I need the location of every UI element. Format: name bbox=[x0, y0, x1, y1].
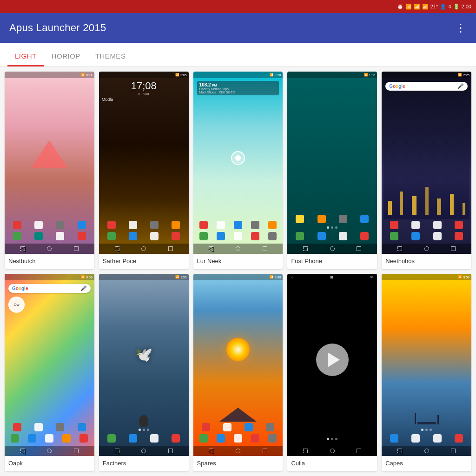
nav-home bbox=[47, 449, 52, 453]
themes-grid: 📶5:14 bbox=[0, 67, 476, 476]
phone-icon bbox=[79, 434, 88, 443]
phone-status-9: ○ ⊞ ✕ bbox=[287, 274, 377, 280]
phone-icon bbox=[78, 423, 86, 431]
nav-recent bbox=[451, 246, 456, 251]
theme-name-9: Cuila bbox=[287, 456, 377, 471]
theme-card-spares[interactable]: 📶8:00 bbox=[193, 274, 283, 471]
phone-icon bbox=[411, 434, 420, 443]
theme-card-cuila[interactable]: ○ ⊞ ✕ ◁ bbox=[287, 274, 377, 471]
phone-nav-2: ◁ bbox=[99, 244, 189, 254]
battery-icon: 🔋 bbox=[453, 4, 460, 10]
tab-light[interactable]: Light bbox=[7, 46, 44, 66]
nav-recent bbox=[263, 246, 267, 251]
phone-icon bbox=[317, 215, 326, 223]
nav-recent bbox=[451, 449, 456, 453]
phone-icon bbox=[234, 232, 242, 240]
theme-preview-10: 📶9:58 bbox=[382, 274, 471, 456]
theme-card-nestbutch[interactable]: 📶5:14 bbox=[5, 72, 94, 269]
theme-card-lurneek[interactable]: 📶9:28 108.2 FM Opccity Nbmop Iopo Maci S… bbox=[193, 72, 283, 269]
phone-icon bbox=[150, 232, 159, 240]
theme-name-7: Facthers bbox=[99, 456, 189, 471]
phone-icon bbox=[296, 215, 304, 223]
phone-icon bbox=[62, 434, 71, 443]
theme-card-capes[interactable]: 📶9:58 bbox=[382, 274, 471, 471]
nav-back: ◁ bbox=[303, 246, 308, 251]
nav-back: ◁ bbox=[20, 246, 25, 251]
nav-back: ◁ bbox=[397, 449, 402, 453]
wifi-icon: 📶 bbox=[405, 4, 412, 10]
theme-name-10: Capes bbox=[382, 456, 471, 471]
theme-preview-9: ○ ⊞ ✕ ◁ bbox=[287, 274, 377, 456]
signal3-icon: 4 bbox=[448, 4, 451, 9]
phone-icon bbox=[107, 434, 116, 443]
nav-back: ◁ bbox=[303, 449, 308, 453]
phone-icon bbox=[150, 434, 159, 443]
phone-icon bbox=[411, 232, 420, 240]
theme-preview-2: 📶3:85 17;08 tu Sml Modla bbox=[99, 72, 189, 254]
theme-card-facthers[interactable]: 📶1:93 🕊️ bbox=[99, 274, 189, 471]
phone-icon bbox=[360, 232, 369, 240]
theme-name-2: Sarher Poce bbox=[99, 254, 189, 269]
theme-card-neethohos[interactable]: 📶2:25 Google 🎤 bbox=[382, 72, 471, 269]
phone-icon bbox=[107, 232, 116, 240]
phone-icon bbox=[360, 215, 369, 223]
phone-status-4: 📶1:06 bbox=[287, 72, 377, 78]
nav-home bbox=[236, 246, 240, 251]
theme-name-4: Fust Phone bbox=[287, 254, 377, 269]
phone-icon bbox=[28, 434, 36, 443]
phone-icon bbox=[129, 232, 137, 240]
nav-home bbox=[47, 246, 52, 251]
phone-status-6: 📶9:09 bbox=[5, 274, 94, 280]
tab-themes[interactable]: Themes bbox=[88, 46, 133, 66]
theme-preview-7: 📶1:93 🕊️ bbox=[99, 274, 189, 456]
radio-widget: 108.2 FM Opccity Nbmop Iopo Maci Slipes … bbox=[197, 81, 279, 95]
phone-icon bbox=[317, 232, 326, 240]
theme-card-fustphone[interactable]: 📶1:06 bbox=[287, 72, 377, 269]
phone-icon bbox=[390, 434, 398, 443]
status-icons: ⏰ 📶 📶 📶 21° 👤 4 🔋 2:00 bbox=[397, 4, 471, 10]
theme-preview-4: 📶1:06 bbox=[287, 72, 377, 254]
phone-icon bbox=[13, 423, 21, 431]
more-options-button[interactable]: ⋮ bbox=[455, 21, 467, 34]
signal-icon: 📶 bbox=[414, 4, 420, 10]
phone-icon bbox=[433, 221, 442, 229]
phone-icon bbox=[251, 232, 259, 240]
phone-icon bbox=[13, 232, 21, 240]
battery-temp: 21° bbox=[430, 4, 438, 9]
phone-nav-9: ◁ bbox=[287, 446, 377, 456]
phone-icon bbox=[202, 423, 210, 431]
phone-icon bbox=[34, 423, 43, 431]
phone-icon bbox=[390, 232, 398, 240]
phone-icon bbox=[433, 232, 442, 240]
phone-icon bbox=[251, 221, 259, 229]
signal2-icon: 📶 bbox=[422, 4, 429, 10]
nav-recent bbox=[357, 449, 361, 453]
phone-nav-1: ◁ bbox=[5, 244, 94, 254]
phone-icon bbox=[268, 221, 277, 229]
phone-icon bbox=[296, 232, 304, 240]
phone-icon bbox=[455, 232, 463, 240]
phone-icon bbox=[433, 434, 442, 443]
phone-nav-3: ◁ bbox=[193, 244, 283, 254]
phone-status-8: 📶8:00 bbox=[193, 274, 283, 280]
phone-icon bbox=[45, 434, 53, 443]
phone-icon bbox=[34, 232, 43, 240]
theme-preview-6: 📶9:09 Google 🎤 Ow bbox=[5, 274, 94, 456]
theme-preview-3: 📶9:28 108.2 FM Opccity Nbmop Iopo Maci S… bbox=[193, 72, 283, 254]
nav-recent bbox=[74, 449, 79, 453]
nav-recent bbox=[74, 246, 79, 251]
phone-icon bbox=[199, 232, 208, 240]
status-bar: ⏰ 📶 📶 📶 21° 👤 4 🔋 2:00 bbox=[0, 0, 476, 13]
nav-recent bbox=[263, 449, 267, 453]
theme-card-sarherpoce[interactable]: 📶3:85 17;08 tu Sml Modla bbox=[99, 72, 189, 269]
phone-nav-10: ◁ bbox=[382, 446, 471, 456]
phone-icon bbox=[339, 232, 347, 240]
phone-status-2: 📶3:85 bbox=[99, 72, 189, 78]
phone-icon bbox=[268, 434, 277, 443]
phone-icon bbox=[217, 232, 225, 240]
theme-card-oapk[interactable]: 📶9:09 Google 🎤 Ow bbox=[5, 274, 94, 471]
tab-horiop[interactable]: Horiop bbox=[44, 46, 88, 66]
nav-home bbox=[141, 449, 146, 453]
phone-icon bbox=[217, 434, 225, 443]
app-bar: Apus Launcher 2015 ⋮ bbox=[0, 13, 476, 43]
